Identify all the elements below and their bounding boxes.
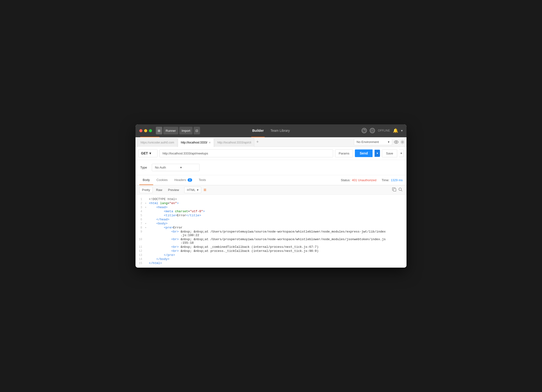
raw-view-button[interactable]: Raw [154, 187, 165, 193]
line-number: 4 [136, 210, 145, 213]
code-line-9: 9 <br> &nbsp; &nbsp;at /Users/prosperote… [136, 230, 406, 237]
preview-view-button[interactable]: Preview [166, 187, 181, 193]
tab-team-library[interactable]: Team Library [270, 127, 291, 134]
line-arrow [145, 197, 149, 198]
params-button[interactable]: Params [335, 149, 353, 157]
maximize-button[interactable] [149, 129, 152, 132]
copy-button[interactable] [392, 187, 396, 193]
tab-body[interactable]: Body [139, 175, 153, 185]
center-tabs: Builder Team Library [251, 127, 291, 134]
settings-button[interactable] [400, 140, 405, 144]
preview-label: Preview [168, 188, 179, 192]
line-number: 9 [136, 230, 145, 233]
tab-headers[interactable]: Headers 8 [171, 175, 195, 185]
line-number: 8 [136, 226, 145, 229]
send-dropdown-button[interactable]: ▾ [374, 150, 380, 157]
request-line: GET ▾ Params Send ▾ Save ▾ [136, 147, 406, 160]
url-input[interactable] [159, 149, 333, 157]
format-select[interactable]: HTML ▾ [184, 187, 201, 193]
import-button[interactable]: Import [179, 127, 193, 134]
tab-team-library-label: Team Library [271, 129, 290, 132]
line-content: <br> &nbsp; &nbsp;at _combinedTickCallba… [149, 245, 406, 249]
svg-rect-5 [393, 189, 396, 191]
response-status: Status: 401 Unauthorized Time: 1329 ms [341, 178, 403, 182]
line-content: </body> [149, 257, 406, 261]
save-dropdown-icon: ▾ [401, 152, 402, 155]
environment-section: No Environment ▾ [354, 139, 405, 145]
tab-builder[interactable]: Builder [251, 127, 265, 134]
new-tab-button[interactable]: ⊡ [194, 127, 200, 134]
headers-badge: 8 [188, 178, 192, 182]
filter-button[interactable]: ≡ [204, 187, 206, 193]
svg-point-4 [402, 141, 403, 143]
offline-label: OFFLINE [378, 129, 390, 132]
menu-chevron[interactable]: ▾ [401, 129, 403, 132]
titlebar: ⊞ Runner Import ⊡ Builder Team Library [136, 124, 406, 137]
line-content: </html> [149, 261, 406, 265]
auth-type-label: Type [140, 166, 147, 169]
code-line-5: 5 <title>Error</title> [136, 213, 406, 217]
line-number: 11 [136, 245, 145, 249]
line-number: 5 [136, 214, 145, 217]
send-button[interactable]: Send [355, 149, 373, 157]
offline-status: OFFLINE [378, 129, 390, 132]
auth-chevron-icon: ▾ [180, 166, 182, 169]
line-number: 1 [136, 197, 145, 201]
code-line-12: 12 <br> &nbsp; &nbsp;at process._tickCal… [136, 249, 406, 253]
auth-type-value: No Auth [155, 166, 166, 169]
line-content: <br> &nbsp; &nbsp;at /Users/prosperotemu… [149, 230, 406, 237]
line-content: </pre> [149, 253, 406, 257]
line-arrow [145, 261, 149, 262]
request-tab-2[interactable]: http://localhost:3333/ × [178, 138, 214, 147]
request-tabbar: https://unicoder.auth0.com http://localh… [136, 137, 406, 147]
line-number: 13 [136, 253, 145, 257]
save-button[interactable]: Save [382, 149, 397, 157]
line-content: <head> [149, 206, 406, 209]
line-content: <br> &nbsp; &nbsp;at /Users/prosperotemu… [149, 238, 406, 245]
add-tab-button[interactable]: + [255, 139, 260, 144]
env-chevron-icon: ▾ [388, 140, 390, 144]
svg-point-2 [372, 130, 373, 131]
sidebar-toggle-button[interactable]: ⊞ [156, 127, 162, 134]
minimize-button[interactable] [144, 129, 147, 132]
toolbar-buttons: ⊞ Runner Import ⊡ [156, 127, 200, 134]
code-line-11: 11 <br> &nbsp; &nbsp;at _combinedTickCal… [136, 245, 406, 249]
line-content: <br> &nbsp; &nbsp;at process._tickCallba… [149, 249, 406, 253]
line-content: <pre>Error [149, 226, 406, 229]
code-line-1: 1 <!DOCTYPE html> [136, 197, 406, 201]
tab-body-label: Body [143, 178, 150, 182]
runner-button[interactable]: Runner [163, 127, 178, 134]
response-tabs-bar: Body Cookies Headers 8 Tests Status: 401… [136, 175, 406, 185]
sidebar-icon: ⊞ [158, 129, 160, 132]
tab-3-label: http://localhost:3333/api/cli [217, 141, 251, 144]
toolbar-right: OFFLINE 🔔 ▾ [362, 128, 403, 133]
tab-cookies-label: Cookies [157, 178, 168, 182]
line-content: <!DOCTYPE html> [149, 197, 406, 201]
request-tab-3[interactable]: http://localhost:3333/api/cli [214, 138, 254, 147]
line-content: </head> [149, 218, 406, 221]
line-number: 7 [136, 222, 145, 225]
line-arrow [145, 257, 149, 258]
line-arrow [145, 218, 149, 218]
code-line-3: 3 ▾ <head> [136, 205, 406, 209]
search-button[interactable] [398, 187, 403, 193]
pretty-view-button[interactable]: Pretty [139, 187, 153, 193]
eye-button[interactable] [394, 140, 398, 144]
close-button[interactable] [139, 129, 142, 132]
tab-tests[interactable]: Tests [195, 175, 209, 185]
pretty-label: Pretty [142, 188, 150, 192]
sync-icon [370, 128, 375, 133]
close-tab-icon[interactable]: × [209, 141, 211, 144]
method-select[interactable]: GET ▾ [138, 149, 157, 157]
line-arrow: ▾ [145, 222, 149, 225]
auth-type-select[interactable]: No Auth ▾ [152, 164, 200, 171]
environment-select[interactable]: No Environment ▾ [354, 139, 392, 145]
save-dropdown-button[interactable]: ▾ [399, 149, 404, 157]
params-label: Params [339, 152, 349, 155]
tab-cookies[interactable]: Cookies [153, 175, 171, 185]
bell-icon[interactable]: 🔔 [393, 128, 398, 133]
request-tab-1[interactable]: https://unicoder.auth0.com [137, 138, 177, 147]
line-arrow [145, 245, 149, 246]
line-number: 2 [136, 201, 145, 205]
tab-1-label: https://unicoder.auth0.com [141, 141, 174, 144]
